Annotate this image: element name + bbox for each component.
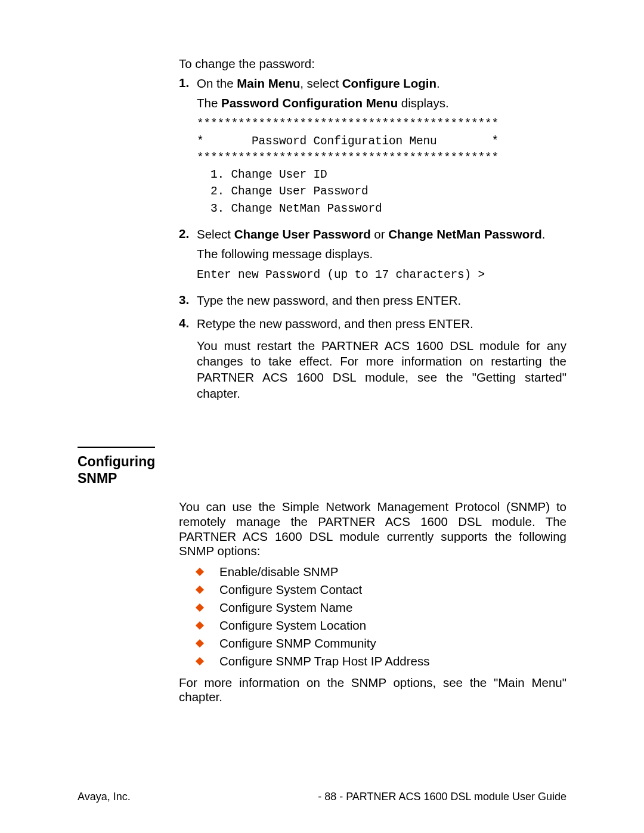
section-title: Configuring SNMP [78, 454, 155, 487]
step-number: 1. [179, 76, 197, 223]
step-2: 2. Select Change User Password or Change… [179, 227, 566, 290]
step-1-line2: The Password Configuration Menu displays… [197, 95, 566, 112]
terminal-prompt: Enter new Password (up to 17 characters)… [197, 267, 566, 283]
section-body: You can use the Simple Network Managemen… [179, 500, 566, 705]
step-3-text: Type the new password, and then press EN… [197, 293, 566, 309]
document-page: To change the password: 1. On the Main M… [0, 0, 644, 705]
diamond-icon [196, 621, 204, 630]
footer-page-info: - 88 - PARTNER ACS 1600 DSL module User … [318, 791, 566, 803]
step-body: Retype the new password, and then press … [197, 316, 566, 405]
diamond-icon [196, 603, 204, 612]
footer-company: Avaya, Inc. [78, 791, 131, 803]
diamond-icon [196, 568, 204, 576]
step-body: Select Change User Password or Change Ne… [197, 227, 566, 290]
step-3: 3. Type the new password, and then press… [179, 293, 566, 312]
section-header-rule: Configuring SNMP [78, 447, 155, 487]
step-number: 2. [179, 227, 197, 290]
step-4: 4. Retype the new password, and then pre… [179, 316, 566, 405]
step-1-line1: On the Main Menu, select Configure Login… [197, 76, 566, 92]
intro-text: To change the password: [179, 57, 566, 71]
step-2-line2: The following message displays. [197, 246, 566, 262]
diamond-icon [196, 586, 204, 594]
step-4-text: Retype the new password, and then press … [197, 316, 566, 332]
terminal-menu: ****************************************… [197, 116, 566, 217]
step-number: 3. [179, 293, 197, 312]
section-para-2: For more information on the SNMP options… [179, 676, 566, 705]
steps-list: 1. On the Main Menu, select Configure Lo… [179, 76, 566, 405]
step-1: 1. On the Main Menu, select Configure Lo… [179, 76, 566, 223]
list-item: Configure System Location [197, 618, 566, 633]
list-item: Configure System Name [197, 600, 566, 615]
list-item: Enable/disable SNMP [197, 565, 566, 579]
section-para-1: You can use the Simple Network Managemen… [179, 500, 566, 558]
step-number: 4. [179, 316, 197, 405]
step-2-line1: Select Change User Password or Change Ne… [197, 227, 566, 243]
step-body: On the Main Menu, select Configure Login… [197, 76, 566, 223]
list-item: Configure SNMP Trap Host IP Address [197, 654, 566, 668]
list-item: Configure SNMP Community [197, 636, 566, 651]
list-item: Configure System Contact [197, 583, 566, 597]
snmp-options-list: Enable/disable SNMP Configure System Con… [197, 565, 566, 668]
page-footer: Avaya, Inc. - 88 - PARTNER ACS 1600 DSL … [78, 791, 566, 803]
diamond-icon [196, 657, 204, 665]
step-body: Type the new password, and then press EN… [197, 293, 566, 312]
diamond-icon [196, 639, 204, 648]
step-4-note: You must restart the PARTNER ACS 1600 DS… [197, 338, 566, 402]
